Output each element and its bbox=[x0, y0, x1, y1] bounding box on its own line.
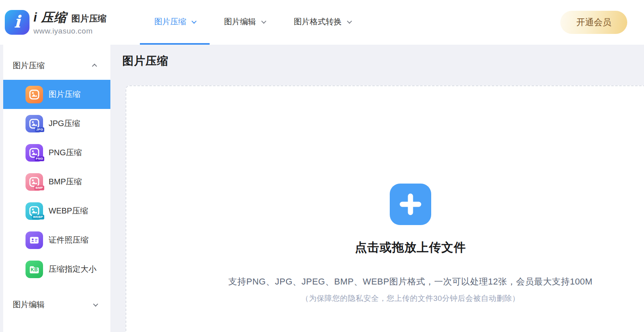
sidebar-item-label: BMP压缩 bbox=[49, 176, 82, 187]
nav-tab-image-compress[interactable]: 图片压缩 bbox=[140, 0, 210, 45]
product-name: 图片压缩 bbox=[71, 13, 106, 25]
content-area: 图片压缩 图片压缩 bbox=[0, 45, 644, 332]
site-logo[interactable]: i i 压缩 图片压缩 www.iyasuo.com bbox=[5, 9, 106, 36]
sidebar-section-label: 图片压缩 bbox=[13, 60, 45, 71]
id-photo-icon bbox=[26, 231, 43, 249]
sidebar-item-webp-compress[interactable]: WEBP WEBP压缩 bbox=[3, 196, 110, 225]
bmp-compress-icon: BMP bbox=[26, 173, 43, 191]
sidebar: 图片压缩 图片压缩 bbox=[3, 45, 110, 332]
sidebar-section-image-compress[interactable]: 图片压缩 bbox=[3, 51, 110, 80]
upload-dropzone[interactable]: 点击或拖放上传文件 支持PNG、JPG、JPEG、BMP、WEBP图片格式，一次… bbox=[126, 85, 644, 332]
chevron-up-icon bbox=[92, 63, 97, 69]
upload-note: （为保障您的隐私安全，您上传的文件30分钟后会被自动删除） bbox=[301, 293, 520, 304]
page-title: 图片压缩 bbox=[122, 53, 644, 69]
jpg-compress-icon: JPG bbox=[26, 115, 43, 132]
sidebar-item-label: JPG压缩 bbox=[49, 118, 80, 129]
nav-tab-format-convert[interactable]: 图片格式转换 bbox=[279, 0, 365, 45]
chevron-down-icon bbox=[347, 18, 352, 24]
kb-badge: KB bbox=[31, 267, 38, 273]
sidebar-section-image-edit[interactable]: 图片编辑 bbox=[3, 290, 110, 319]
logo-letter: i bbox=[14, 14, 20, 30]
nav-tab-image-edit[interactable]: 图片编辑 bbox=[210, 0, 279, 45]
folder-kb-icon: KB bbox=[26, 261, 43, 278]
nav-tab-label: 图片压缩 bbox=[154, 16, 186, 27]
sidebar-item-label: PNG压缩 bbox=[49, 147, 82, 158]
format-badge: JPG bbox=[35, 127, 44, 132]
chevron-down-icon bbox=[261, 18, 267, 24]
sidebar-item-label: 证件照压缩 bbox=[49, 235, 88, 245]
sidebar-item-label: WEBP压缩 bbox=[49, 206, 88, 216]
image-compress-icon bbox=[26, 86, 43, 103]
sidebar-item-compress-to-size[interactable]: KB 压缩指定大小 bbox=[3, 255, 110, 284]
plus-icon[interactable] bbox=[390, 184, 431, 225]
page: i i 压缩 图片压缩 www.iyasuo.com 图片压缩 图片编辑 图片格… bbox=[0, 0, 644, 332]
brand-name: i 压缩 bbox=[33, 9, 67, 26]
upload-description: 支持PNG、JPG、JPEG、BMP、WEBP图片格式，一次可以处理12张，会员… bbox=[228, 276, 593, 288]
membership-button[interactable]: 开通会员 bbox=[560, 11, 627, 34]
sidebar-item-label: 压缩指定大小 bbox=[49, 264, 96, 275]
sidebar-section-label: 图片编辑 bbox=[13, 299, 45, 310]
nav-tab-label: 图片编辑 bbox=[224, 16, 256, 27]
sidebar-item-label: 图片压缩 bbox=[49, 89, 80, 100]
site-url: www.iyasuo.com bbox=[33, 27, 106, 36]
sidebar-item-id-photo-compress[interactable]: 证件照压缩 bbox=[3, 225, 110, 255]
sidebar-item-jpg-compress[interactable]: JPG JPG压缩 bbox=[3, 109, 110, 138]
png-compress-icon: PNG bbox=[26, 144, 43, 162]
webp-compress-icon: WEBP bbox=[26, 202, 43, 220]
chevron-down-icon bbox=[93, 301, 98, 306]
logo-icon: i bbox=[5, 10, 29, 35]
sidebar-item-png-compress[interactable]: PNG PNG压缩 bbox=[3, 138, 110, 167]
chevron-down-icon bbox=[192, 18, 197, 24]
nav-tab-label: 图片格式转换 bbox=[294, 16, 342, 27]
sidebar-item-bmp-compress[interactable]: BMP BMP压缩 bbox=[3, 167, 110, 196]
format-badge: WEBP bbox=[32, 215, 44, 219]
logo-text: i 压缩 图片压缩 www.iyasuo.com bbox=[33, 9, 106, 36]
format-badge: PNG bbox=[35, 156, 44, 161]
main-nav: 图片压缩 图片编辑 图片格式转换 bbox=[140, 0, 365, 45]
main-panel: 图片压缩 点击或拖放上传文件 支持PNG、JPG、JPEG、BMP、WEBP图片… bbox=[110, 45, 644, 332]
format-badge: BMP bbox=[34, 186, 44, 190]
top-header: i i 压缩 图片压缩 www.iyasuo.com 图片压缩 图片编辑 图片格… bbox=[0, 0, 644, 45]
sidebar-item-image-compress[interactable]: 图片压缩 bbox=[3, 80, 110, 109]
upload-heading: 点击或拖放上传文件 bbox=[355, 239, 466, 256]
